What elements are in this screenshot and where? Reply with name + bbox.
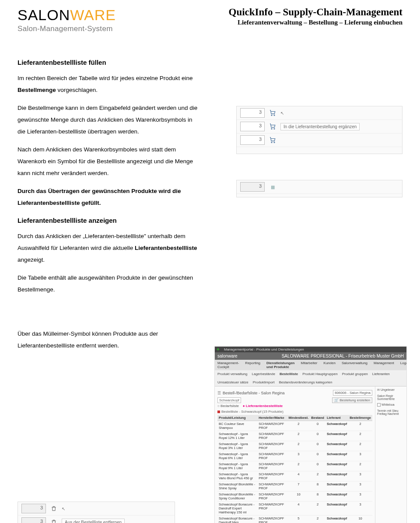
checkbox-icon xyxy=(377,403,381,407)
screenshot-cart-added: 3 ▦ xyxy=(236,180,402,197)
row: 3 ▦ xyxy=(237,180,402,194)
side-text: Freitag Nachmit xyxy=(377,412,405,415)
tooltip: In die Lieferantenbestellung ergänzen xyxy=(280,123,360,130)
svg-point-1 xyxy=(274,115,275,116)
toolbar-item[interactable]: Produkt gruppen xyxy=(342,372,368,376)
menu-item[interactable]: Management-Cockpit xyxy=(217,361,239,369)
btn-label: Bestellung erstellen xyxy=(340,398,370,402)
toolbar-item[interactable]: Lieferanten xyxy=(372,372,390,376)
cell-supplier: Schwarzkopf xyxy=(326,471,348,481)
cell-maker: SCHWARZKOPF PROF xyxy=(257,502,287,516)
qty-input[interactable]: 3 xyxy=(240,108,265,118)
list-header: Bestellliste - Schwarzkopf (15 Produkte) xyxy=(217,410,372,414)
cell-minstock: 10 xyxy=(287,491,310,502)
toolbar-item[interactable]: Produkt Hauptgruppen xyxy=(302,372,338,376)
p5b: Lieferantenbestellliste xyxy=(135,245,197,251)
toolbar-item[interactable]: Bestandsveränderungs kategorien xyxy=(279,380,332,384)
section-heading-2: Lieferantenbestellliste anzeigen xyxy=(18,217,402,224)
row: 3 In die Lieferantenbestellung ergänzen xyxy=(237,120,402,133)
side-text: Sommerferie xyxy=(377,397,405,400)
toolbar: Produkt verwaltung Lagerbestände Bestell… xyxy=(215,370,406,386)
create-order-button[interactable]: 🛒 Bestellung erstellen xyxy=(332,397,372,403)
paragraph-3: Nach dem Anklicken des Warenkorbsymboles… xyxy=(18,144,201,179)
cart-icon[interactable] xyxy=(268,122,277,131)
row: 3 ↖ xyxy=(18,502,175,516)
supplier-select[interactable]: Schwarzkopf xyxy=(217,397,241,403)
row: 3 xyxy=(237,133,402,147)
col-stock[interactable]: Bestand xyxy=(310,415,326,421)
cell-minstock: 4 xyxy=(287,471,310,481)
table-row[interactable]: Schwarzkopf - Igora Royal 9% 1 LiterSCHW… xyxy=(217,461,372,471)
cell-product: Schwarzkopf - Igora Royal 3% 1 Liter xyxy=(217,441,257,451)
menu-item[interactable]: Mitarbeiter xyxy=(301,361,318,369)
cart-icon[interactable] xyxy=(268,109,277,117)
table-row[interactable]: Schwarzkopf Bonacure - Dandruff Expert H… xyxy=(217,502,372,516)
brand-right: SALONWARE PROFESSIONAL - Friseurbetrieb … xyxy=(282,354,404,358)
side-salon: Salon Regir Sommerferie xyxy=(377,394,405,400)
cell-qty: 2 xyxy=(348,441,372,451)
salon-select[interactable]: 606006 - Salon Regina xyxy=(333,390,372,396)
cursor-icon: ↖ xyxy=(62,506,65,511)
radio-lieferanten[interactable]: ● Lieferantenbestellliste xyxy=(243,404,283,408)
doc-subtitle: Lieferantenverwaltung – Bestellung – Lie… xyxy=(229,19,402,26)
paragraph-4: Durch das Übertragen der gewünschten Pro… xyxy=(18,185,201,209)
table-row[interactable]: Schwarzkopf - Igora Royal 6% 1 LiterSCHW… xyxy=(217,451,372,461)
table-row[interactable]: BC Couleur Save ShampooSCHWARZKOPF PROF2… xyxy=(217,421,372,431)
col-maker[interactable]: Hersteller/Marke xyxy=(257,415,287,421)
cell-stock: 0 xyxy=(310,421,326,431)
cell-minstock: 3 xyxy=(287,451,310,461)
side-whiteboard[interactable]: Whiteboa xyxy=(377,403,405,407)
table-row[interactable]: Schwarzkopf - Igora Vario Blond Plus 450… xyxy=(217,471,372,481)
table-row[interactable]: Schwarzkopf - Igora Royal 3% 1 LiterSCHW… xyxy=(217,441,372,451)
cell-maker: SCHWARZKOPF PROF xyxy=(257,431,287,441)
cell-product: Schwarzkopf - Igora Royal 9% 1 Liter xyxy=(217,461,257,471)
menu-item[interactable]: Logout xyxy=(400,361,407,369)
cell-supplier: Schwarzkopf xyxy=(326,431,348,441)
side-label: Ungeleser xyxy=(381,388,395,391)
toolbar-item[interactable]: Produktimport xyxy=(253,380,275,384)
paragraph-6: Die Tabelle enthält alle ausgewählten Pr… xyxy=(18,272,201,295)
trash-icon[interactable] xyxy=(49,504,58,513)
table-row[interactable]: Schwarzkopf Bonacure - Dandruff Men Hair… xyxy=(217,516,372,523)
menu-item[interactable]: Management xyxy=(374,361,394,369)
cell-minstock: 2 xyxy=(287,441,310,451)
table-row[interactable]: Schwarzkopf - Igora Royal 12% 1 LiterSCH… xyxy=(217,431,372,441)
cell-qty: 3 xyxy=(348,502,372,516)
trash-icon[interactable] xyxy=(49,518,58,523)
col-qty[interactable]: Bestellmenge xyxy=(348,415,372,421)
side-note: Termin mit Steu Freitag Nachmit xyxy=(377,409,405,415)
table-row[interactable]: Schwarzkopf BlondeMe - Spray Conditioner… xyxy=(217,491,372,502)
list-type-radios: ○ Bedarfsliste ● Lieferantenbestellliste xyxy=(217,404,372,408)
side-label: Whiteboa xyxy=(382,403,395,406)
app-sidebar: ✉ Ungeleser Salon Regir Sommerferie Whit… xyxy=(375,386,406,523)
cell-supplier: Schwarzkopf xyxy=(326,516,348,523)
p5c: angezeigt. xyxy=(18,256,45,263)
menu-item[interactable]: Dienstleistungen und Produkte xyxy=(266,361,294,369)
menu-item[interactable]: Reporting xyxy=(245,361,260,369)
toolbar-item[interactable]: Bestellliste xyxy=(280,372,298,376)
col-product[interactable]: Produkt/Leistung xyxy=(217,415,257,421)
radio-bedarf[interactable]: ○ Bedarfsliste xyxy=(217,404,239,408)
logo-text-1: SALON xyxy=(18,7,70,23)
table-row[interactable]: Schwarzkopf BlondeMe - Shine SpraySCHWAR… xyxy=(217,481,372,491)
table-body: BC Couleur Save ShampooSCHWARZKOPF PROF2… xyxy=(217,421,372,523)
red-square-icon xyxy=(217,411,220,413)
menu-item[interactable]: Kunden xyxy=(323,361,336,369)
cell-stock: 2 xyxy=(310,516,326,523)
cell-maker: SCHWARZKOPF PROF xyxy=(257,491,287,502)
col-supplier[interactable]: Lieferant xyxy=(326,415,348,421)
qty-input[interactable]: 3 xyxy=(240,135,265,145)
qty-input[interactable]: 3 xyxy=(240,122,265,131)
svg-point-2 xyxy=(271,128,272,129)
list-icon: ☰ xyxy=(217,391,221,395)
col-minstock[interactable]: Mindestbest. xyxy=(287,415,310,421)
order-table: Produkt/Leistung Hersteller/Marke Mindes… xyxy=(217,415,372,523)
toolbar-item[interactable]: Produkt verwaltung xyxy=(217,372,247,376)
toolbar-item[interactable]: Lagerbestände xyxy=(252,372,275,376)
cart-icon[interactable] xyxy=(268,136,277,144)
menu-item[interactable]: Salonverwaltung xyxy=(342,361,368,369)
cell-stock: 0 xyxy=(310,441,326,451)
toolbar-item[interactable]: Umsatzsteuer sätze xyxy=(217,380,248,384)
list-header-text: Bestellliste - Schwarzkopf (15 Produkte) xyxy=(221,410,284,414)
side-unread[interactable]: ✉ Ungeleser xyxy=(377,388,405,392)
